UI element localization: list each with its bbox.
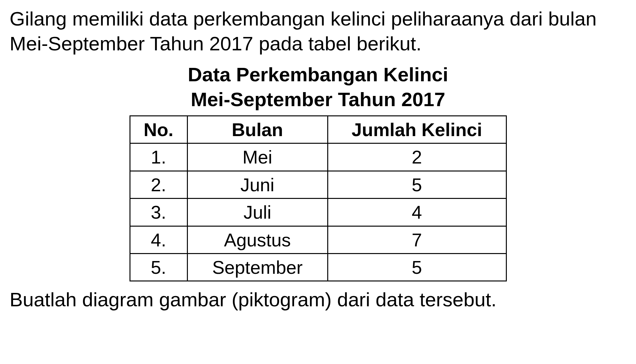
cell-jumlah: 7 xyxy=(328,226,506,253)
header-bulan: Bulan xyxy=(187,116,328,143)
table-row: 1. Mei 2 xyxy=(130,143,506,171)
table-row: 3. Juli 4 xyxy=(130,199,506,226)
table-row: 4. Agustus 7 xyxy=(130,226,506,253)
intro-paragraph: Gilang memiliki data perkembangan kelinc… xyxy=(10,6,626,56)
outro-paragraph: Buatlah diagram gambar (piktogram) dari … xyxy=(10,287,626,312)
cell-jumlah: 2 xyxy=(328,143,506,171)
cell-no: 1. xyxy=(130,143,187,171)
title-line-1: Data Perkembangan Kelinci xyxy=(10,62,626,87)
table-row: 5. September 5 xyxy=(130,253,506,281)
cell-bulan: Agustus xyxy=(187,226,328,253)
table-title: Data Perkembangan Kelinci Mei-September … xyxy=(10,62,626,112)
cell-no: 4. xyxy=(130,226,187,253)
cell-no: 5. xyxy=(130,253,187,281)
table-row: 2. Juni 5 xyxy=(130,171,506,198)
cell-no: 2. xyxy=(130,171,187,198)
title-line-2: Mei-September Tahun 2017 xyxy=(10,87,626,112)
table-container: No. Bulan Jumlah Kelinci 1. Mei 2 2. Jun… xyxy=(10,115,626,281)
header-jumlah: Jumlah Kelinci xyxy=(328,116,506,143)
cell-bulan: Mei xyxy=(187,143,328,171)
cell-jumlah: 5 xyxy=(328,171,506,198)
table-header-row: No. Bulan Jumlah Kelinci xyxy=(130,116,506,143)
cell-bulan: Juni xyxy=(187,171,328,198)
cell-jumlah: 5 xyxy=(328,253,506,281)
header-no: No. xyxy=(130,116,187,143)
cell-no: 3. xyxy=(130,199,187,226)
cell-bulan: September xyxy=(187,253,328,281)
cell-jumlah: 4 xyxy=(328,199,506,226)
cell-bulan: Juli xyxy=(187,199,328,226)
data-table: No. Bulan Jumlah Kelinci 1. Mei 2 2. Jun… xyxy=(129,115,507,281)
